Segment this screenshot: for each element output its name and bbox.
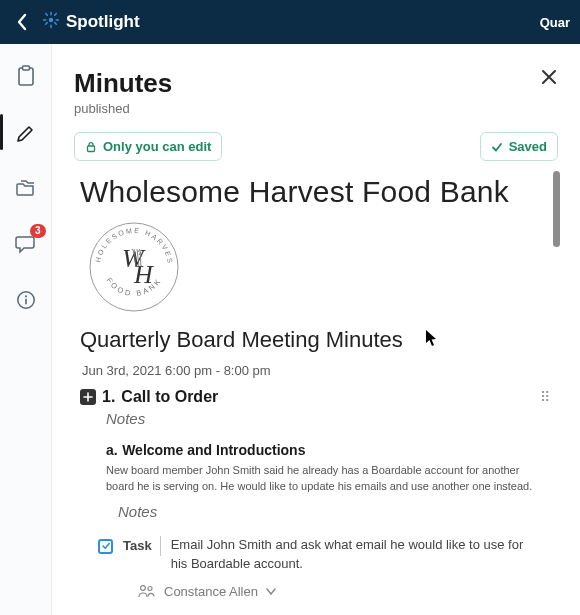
drag-handle[interactable]: ⠿ (540, 389, 552, 405)
saved-chip: Saved (480, 132, 558, 161)
chevron-left-icon (16, 13, 28, 31)
subitem-body[interactable]: New board member John Smith said he alre… (106, 463, 546, 495)
svg-rect-5 (45, 12, 49, 16)
svg-rect-10 (22, 66, 29, 70)
lock-icon (85, 141, 97, 153)
topbar-right-text: Quar (540, 15, 570, 30)
svg-point-20 (141, 586, 146, 591)
org-logo-icon: WHOLESOME HARVEST FOOD BANK W H (84, 217, 184, 317)
page-title: Minutes (74, 68, 172, 99)
nav-documents[interactable] (12, 174, 40, 202)
pencil-icon (15, 121, 37, 143)
task-label: Task (123, 536, 161, 556)
edit-chip-label: Only you can edit (103, 139, 211, 154)
svg-rect-13 (25, 299, 27, 305)
agenda-item-title: Call to Order (121, 388, 218, 406)
check-icon (491, 141, 503, 153)
spotlight-logo-icon (42, 11, 60, 34)
page-status: published (74, 101, 172, 116)
svg-rect-4 (56, 19, 60, 21)
meeting-date: Jun 3rd, 2021 6:00 pm - 8:00 pm (82, 363, 552, 378)
nav-agenda[interactable] (12, 62, 40, 90)
nav-discussions[interactable]: 3 (12, 230, 40, 258)
folders-icon (15, 178, 37, 198)
svg-rect-6 (54, 21, 58, 25)
svg-rect-2 (50, 24, 52, 28)
clipboard-icon (16, 65, 36, 87)
chevron-down-icon (266, 588, 276, 596)
svg-text:H: H (133, 260, 154, 289)
edit-permission-chip[interactable]: Only you can edit (74, 132, 222, 161)
scrollbar-thumb[interactable] (553, 171, 560, 247)
top-bar: Spotlight Quar (0, 0, 580, 44)
subitem-index: a. (106, 442, 118, 458)
subitem-title: Welcome and Introductions (122, 442, 305, 458)
svg-rect-3 (43, 19, 47, 21)
svg-point-21 (148, 587, 152, 591)
meeting-title: Quarterly Board Meeting Minutes (80, 327, 403, 352)
left-nav: 3 (0, 44, 52, 615)
main-panel: Minutes published Only you can edit Save… (52, 44, 580, 615)
brand-name: Spotlight (66, 12, 140, 32)
cursor-icon (425, 329, 439, 351)
nav-minutes[interactable] (12, 118, 40, 146)
nav-info[interactable] (12, 286, 40, 314)
svg-rect-8 (45, 21, 49, 25)
assignee-dropdown[interactable] (266, 584, 276, 599)
svg-rect-14 (88, 146, 95, 152)
org-title: Wholesome Harvest Food Bank (80, 175, 552, 209)
brand: Spotlight (42, 11, 140, 34)
task-text[interactable]: Email John Smith and ask what email he w… (171, 536, 531, 574)
back-button[interactable] (10, 13, 34, 31)
nav-badge: 3 (30, 224, 46, 238)
plus-icon (83, 392, 93, 402)
people-icon (138, 584, 156, 598)
close-icon (540, 68, 558, 86)
svg-rect-1 (50, 11, 52, 15)
saved-chip-label: Saved (509, 139, 547, 154)
task-assignee[interactable]: Constance Allen (138, 584, 552, 599)
subitem-notes-label[interactable]: Notes (118, 503, 552, 520)
agenda-item-index: 1. (102, 388, 115, 406)
svg-rect-7 (54, 12, 58, 16)
assignee-name: Constance Allen (164, 584, 258, 599)
add-agenda-item-button[interactable] (80, 389, 96, 405)
svg-point-0 (49, 17, 54, 22)
agenda-notes-label[interactable]: Notes (106, 410, 552, 427)
svg-point-12 (24, 295, 26, 297)
info-icon (16, 290, 36, 310)
document-body: Wholesome Harvest Food Bank WHOLESOME HA… (74, 171, 558, 615)
checkbox-tick-icon (100, 541, 111, 552)
task-checkbox[interactable] (98, 539, 113, 554)
close-button[interactable] (540, 68, 558, 91)
org-logo: WHOLESOME HARVEST FOOD BANK W H (84, 217, 552, 321)
